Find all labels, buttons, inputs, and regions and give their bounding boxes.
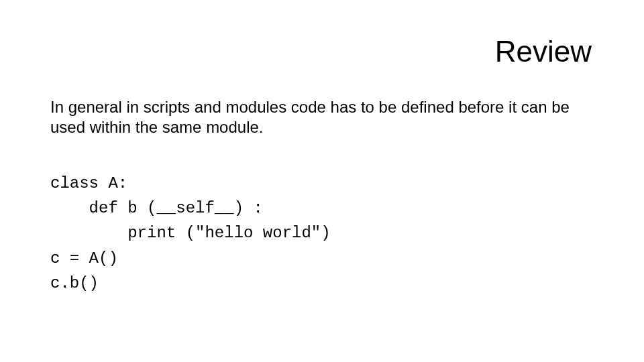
slide-title: Review: [495, 35, 592, 68]
code-line-5: c.b(): [50, 274, 99, 292]
slide: Review In general in scripts and modules…: [0, 0, 644, 362]
code-line-2: def b (__self__) :: [50, 199, 263, 217]
code-line-4: c = A(): [50, 249, 118, 267]
code-line-1: class A:: [50, 174, 127, 192]
code-line-3: print ("hello world"): [50, 224, 331, 242]
body-paragraph: In general in scripts and modules code h…: [50, 97, 592, 137]
code-example: class A: def b (__self__) : print ("hell…: [50, 171, 331, 296]
